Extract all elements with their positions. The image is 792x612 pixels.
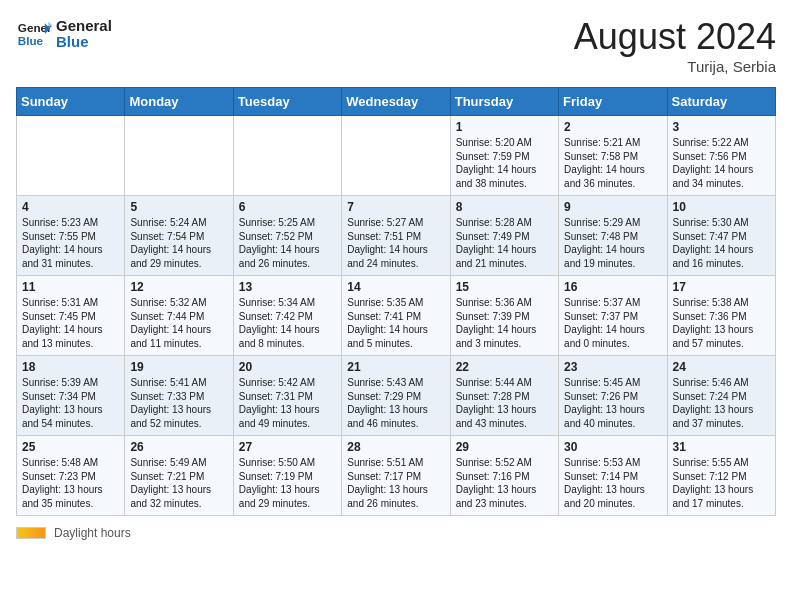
logo-blue: Blue xyxy=(56,34,112,51)
calendar-day: 20Sunrise: 5:42 AM Sunset: 7:31 PM Dayli… xyxy=(233,356,341,436)
day-info: Sunrise: 5:37 AM Sunset: 7:37 PM Dayligh… xyxy=(564,296,661,350)
calendar-day: 17Sunrise: 5:38 AM Sunset: 7:36 PM Dayli… xyxy=(667,276,775,356)
calendar-day xyxy=(342,116,450,196)
calendar-day: 29Sunrise: 5:52 AM Sunset: 7:16 PM Dayli… xyxy=(450,436,558,516)
daylight-label: Daylight hours xyxy=(54,526,131,540)
day-info: Sunrise: 5:53 AM Sunset: 7:14 PM Dayligh… xyxy=(564,456,661,510)
day-number: 30 xyxy=(564,440,661,454)
day-number: 19 xyxy=(130,360,227,374)
calendar-day: 24Sunrise: 5:46 AM Sunset: 7:24 PM Dayli… xyxy=(667,356,775,436)
calendar-day: 12Sunrise: 5:32 AM Sunset: 7:44 PM Dayli… xyxy=(125,276,233,356)
header-wednesday: Wednesday xyxy=(342,88,450,116)
day-info: Sunrise: 5:36 AM Sunset: 7:39 PM Dayligh… xyxy=(456,296,553,350)
calendar-header-row: SundayMondayTuesdayWednesdayThursdayFrid… xyxy=(17,88,776,116)
calendar-day xyxy=(233,116,341,196)
calendar-day: 8Sunrise: 5:28 AM Sunset: 7:49 PM Daylig… xyxy=(450,196,558,276)
svg-text:Blue: Blue xyxy=(18,34,44,47)
day-number: 16 xyxy=(564,280,661,294)
day-number: 10 xyxy=(673,200,770,214)
calendar-week-1: 1Sunrise: 5:20 AM Sunset: 7:59 PM Daylig… xyxy=(17,116,776,196)
location: Turija, Serbia xyxy=(574,58,776,75)
day-number: 14 xyxy=(347,280,444,294)
calendar-day: 15Sunrise: 5:36 AM Sunset: 7:39 PM Dayli… xyxy=(450,276,558,356)
day-number: 5 xyxy=(130,200,227,214)
day-info: Sunrise: 5:24 AM Sunset: 7:54 PM Dayligh… xyxy=(130,216,227,270)
calendar-day: 5Sunrise: 5:24 AM Sunset: 7:54 PM Daylig… xyxy=(125,196,233,276)
day-number: 22 xyxy=(456,360,553,374)
calendar-day: 11Sunrise: 5:31 AM Sunset: 7:45 PM Dayli… xyxy=(17,276,125,356)
day-info: Sunrise: 5:29 AM Sunset: 7:48 PM Dayligh… xyxy=(564,216,661,270)
calendar-day: 22Sunrise: 5:44 AM Sunset: 7:28 PM Dayli… xyxy=(450,356,558,436)
header-thursday: Thursday xyxy=(450,88,558,116)
day-number: 18 xyxy=(22,360,119,374)
day-number: 21 xyxy=(347,360,444,374)
header-sunday: Sunday xyxy=(17,88,125,116)
day-number: 28 xyxy=(347,440,444,454)
day-number: 2 xyxy=(564,120,661,134)
day-info: Sunrise: 5:44 AM Sunset: 7:28 PM Dayligh… xyxy=(456,376,553,430)
day-info: Sunrise: 5:55 AM Sunset: 7:12 PM Dayligh… xyxy=(673,456,770,510)
day-number: 31 xyxy=(673,440,770,454)
day-info: Sunrise: 5:31 AM Sunset: 7:45 PM Dayligh… xyxy=(22,296,119,350)
day-number: 9 xyxy=(564,200,661,214)
day-info: Sunrise: 5:52 AM Sunset: 7:16 PM Dayligh… xyxy=(456,456,553,510)
day-number: 29 xyxy=(456,440,553,454)
day-info: Sunrise: 5:46 AM Sunset: 7:24 PM Dayligh… xyxy=(673,376,770,430)
day-info: Sunrise: 5:25 AM Sunset: 7:52 PM Dayligh… xyxy=(239,216,336,270)
calendar-day: 18Sunrise: 5:39 AM Sunset: 7:34 PM Dayli… xyxy=(17,356,125,436)
calendar-day: 31Sunrise: 5:55 AM Sunset: 7:12 PM Dayli… xyxy=(667,436,775,516)
day-info: Sunrise: 5:48 AM Sunset: 7:23 PM Dayligh… xyxy=(22,456,119,510)
day-info: Sunrise: 5:21 AM Sunset: 7:58 PM Dayligh… xyxy=(564,136,661,190)
calendar-week-2: 4Sunrise: 5:23 AM Sunset: 7:55 PM Daylig… xyxy=(17,196,776,276)
day-number: 13 xyxy=(239,280,336,294)
calendar-week-3: 11Sunrise: 5:31 AM Sunset: 7:45 PM Dayli… xyxy=(17,276,776,356)
calendar-table: SundayMondayTuesdayWednesdayThursdayFrid… xyxy=(16,87,776,516)
calendar-day: 16Sunrise: 5:37 AM Sunset: 7:37 PM Dayli… xyxy=(559,276,667,356)
logo-general: General xyxy=(56,18,112,35)
day-number: 20 xyxy=(239,360,336,374)
title-block: August 2024 Turija, Serbia xyxy=(574,16,776,75)
calendar-day xyxy=(17,116,125,196)
header-monday: Monday xyxy=(125,88,233,116)
day-info: Sunrise: 5:22 AM Sunset: 7:56 PM Dayligh… xyxy=(673,136,770,190)
calendar-week-5: 25Sunrise: 5:48 AM Sunset: 7:23 PM Dayli… xyxy=(17,436,776,516)
calendar-week-4: 18Sunrise: 5:39 AM Sunset: 7:34 PM Dayli… xyxy=(17,356,776,436)
day-info: Sunrise: 5:38 AM Sunset: 7:36 PM Dayligh… xyxy=(673,296,770,350)
day-info: Sunrise: 5:34 AM Sunset: 7:42 PM Dayligh… xyxy=(239,296,336,350)
day-info: Sunrise: 5:39 AM Sunset: 7:34 PM Dayligh… xyxy=(22,376,119,430)
page-header: General Blue General Blue August 2024 Tu… xyxy=(16,16,776,75)
calendar-day: 25Sunrise: 5:48 AM Sunset: 7:23 PM Dayli… xyxy=(17,436,125,516)
header-tuesday: Tuesday xyxy=(233,88,341,116)
header-friday: Friday xyxy=(559,88,667,116)
day-info: Sunrise: 5:20 AM Sunset: 7:59 PM Dayligh… xyxy=(456,136,553,190)
calendar-day: 1Sunrise: 5:20 AM Sunset: 7:59 PM Daylig… xyxy=(450,116,558,196)
day-info: Sunrise: 5:27 AM Sunset: 7:51 PM Dayligh… xyxy=(347,216,444,270)
calendar-day: 10Sunrise: 5:30 AM Sunset: 7:47 PM Dayli… xyxy=(667,196,775,276)
calendar-day: 14Sunrise: 5:35 AM Sunset: 7:41 PM Dayli… xyxy=(342,276,450,356)
day-number: 8 xyxy=(456,200,553,214)
calendar-day: 21Sunrise: 5:43 AM Sunset: 7:29 PM Dayli… xyxy=(342,356,450,436)
day-info: Sunrise: 5:51 AM Sunset: 7:17 PM Dayligh… xyxy=(347,456,444,510)
calendar-day: 30Sunrise: 5:53 AM Sunset: 7:14 PM Dayli… xyxy=(559,436,667,516)
day-number: 1 xyxy=(456,120,553,134)
day-number: 3 xyxy=(673,120,770,134)
calendar-day: 28Sunrise: 5:51 AM Sunset: 7:17 PM Dayli… xyxy=(342,436,450,516)
day-number: 27 xyxy=(239,440,336,454)
day-info: Sunrise: 5:35 AM Sunset: 7:41 PM Dayligh… xyxy=(347,296,444,350)
day-info: Sunrise: 5:28 AM Sunset: 7:49 PM Dayligh… xyxy=(456,216,553,270)
day-info: Sunrise: 5:30 AM Sunset: 7:47 PM Dayligh… xyxy=(673,216,770,270)
calendar-day: 9Sunrise: 5:29 AM Sunset: 7:48 PM Daylig… xyxy=(559,196,667,276)
calendar-day: 4Sunrise: 5:23 AM Sunset: 7:55 PM Daylig… xyxy=(17,196,125,276)
calendar-day: 27Sunrise: 5:50 AM Sunset: 7:19 PM Dayli… xyxy=(233,436,341,516)
logo: General Blue General Blue xyxy=(16,16,112,52)
calendar-day: 23Sunrise: 5:45 AM Sunset: 7:26 PM Dayli… xyxy=(559,356,667,436)
day-info: Sunrise: 5:49 AM Sunset: 7:21 PM Dayligh… xyxy=(130,456,227,510)
logo-icon: General Blue xyxy=(16,16,52,52)
day-info: Sunrise: 5:45 AM Sunset: 7:26 PM Dayligh… xyxy=(564,376,661,430)
day-number: 4 xyxy=(22,200,119,214)
day-info: Sunrise: 5:50 AM Sunset: 7:19 PM Dayligh… xyxy=(239,456,336,510)
header-saturday: Saturday xyxy=(667,88,775,116)
day-number: 12 xyxy=(130,280,227,294)
footer: Daylight hours xyxy=(16,526,776,540)
day-number: 15 xyxy=(456,280,553,294)
